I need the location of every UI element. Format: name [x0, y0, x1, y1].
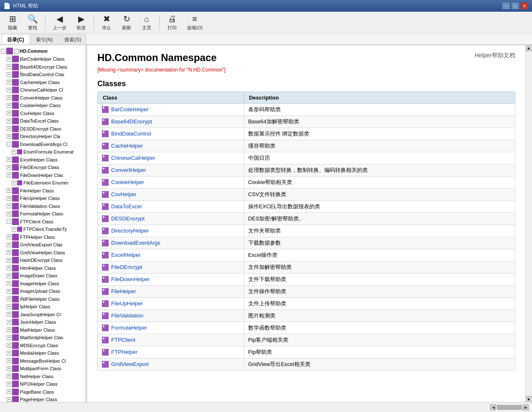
tab-index[interactable]: 索引(N) — [31, 34, 59, 44]
find-button[interactable]: 🔍 查找 — [23, 12, 42, 33]
list-item[interactable]: +FileDEncrypt Class — [0, 164, 85, 171]
expand-icon[interactable]: + — [7, 204, 11, 208]
class-link[interactable]: FileValidation — [111, 312, 143, 319]
expand-icon[interactable]: + — [7, 235, 11, 239]
minimize-button[interactable]: ─ — [502, 2, 510, 10]
list-item[interactable]: +NetHelper Class — [0, 373, 85, 381]
list-item[interactable]: +HtmlHelper Class — [0, 264, 85, 272]
expand-icon[interactable]: + — [7, 328, 11, 332]
expand-icon[interactable]: + — [7, 196, 11, 201]
expand-icon[interactable]: - — [7, 142, 11, 146]
list-item[interactable]: +MailSmtpHelper Clas — [0, 334, 85, 342]
expand-icon[interactable]: + — [7, 397, 11, 402]
stop-button[interactable]: ✖ 停止 — [97, 12, 116, 33]
list-item[interactable]: +ChineseCalHelper Cl — [0, 86, 85, 94]
expand-icon[interactable]: + — [7, 103, 11, 108]
list-item[interactable]: +MessageBoxHelper Cl — [0, 357, 85, 365]
list-item[interactable]: +FormulaHelper Class — [0, 210, 85, 218]
class-link[interactable]: FileDEncrypt — [111, 264, 142, 270]
class-link[interactable]: Base64DEncrypt — [111, 118, 152, 125]
list-item[interactable]: +NPOIHelper Class — [0, 380, 85, 388]
expand-icon[interactable]: + — [7, 258, 11, 263]
list-item[interactable]: +INIFileHelper Class — [0, 295, 85, 303]
list-item[interactable]: +PageBase Class — [0, 388, 85, 396]
scroll-up-btn[interactable]: ▲ — [525, 45, 532, 51]
expand-icon[interactable]: + — [7, 119, 11, 123]
list-item[interactable]: +ImageDown Class — [0, 272, 85, 280]
expand-icon[interactable]: + — [7, 312, 11, 317]
expand-icon[interactable]: + — [7, 374, 11, 379]
expand-icon[interactable]: + — [7, 289, 11, 294]
list-item[interactable]: +HashDEncrypt Class — [0, 256, 85, 264]
right-scrollbar[interactable]: ▲ ▼ — [525, 45, 532, 402]
list-item[interactable]: +CookieHelper Class — [0, 102, 85, 110]
list-item[interactable]: +JsonHelper Class — [0, 318, 85, 326]
list-item[interactable]: +EnumFormula Enumerat — [0, 148, 85, 156]
expand-icon[interactable]: + — [7, 88, 11, 92]
expand-icon[interactable]: + — [7, 366, 11, 371]
forward-button[interactable]: ▶ 前进 — [72, 12, 90, 33]
expand-icon[interactable]: + — [7, 250, 11, 255]
scroll-left-btn[interactable]: ◀ — [490, 404, 496, 410]
list-item[interactable]: -FTPClient Class — [0, 218, 85, 226]
expand-icon[interactable]: + — [7, 188, 11, 193]
expand-icon[interactable]: + — [7, 335, 11, 340]
expand-icon[interactable]: + — [7, 297, 11, 301]
list-item[interactable]: -DownloadEventArgs Cl — [0, 141, 85, 148]
expand-icon[interactable]: + — [7, 343, 11, 348]
print-button[interactable]: 🖨 打印 — [163, 13, 181, 33]
class-link[interactable]: CacheHelper — [111, 143, 143, 149]
class-link[interactable]: CsvHelper — [111, 191, 137, 197]
list-item[interactable]: +ImageUpload Class — [0, 287, 85, 295]
class-link[interactable]: BindDataControl — [111, 131, 151, 137]
list-item[interactable]: +IpHelper Class — [0, 303, 85, 311]
list-item[interactable]: +ImageHelper Class — [0, 280, 85, 288]
refresh-button[interactable]: ↻ 刷新 — [117, 12, 136, 33]
list-item[interactable]: +FileValidation Class — [0, 202, 85, 210]
h-scroll-thumb[interactable] — [497, 405, 522, 410]
expand-icon[interactable]: + — [7, 382, 11, 386]
expand-icon[interactable]: + — [12, 227, 16, 232]
list-item[interactable]: +FileDownHelper Clas — [0, 171, 85, 179]
expand-icon[interactable]: + — [7, 64, 11, 69]
expand-icon[interactable]: + — [7, 243, 11, 247]
expand-icon2[interactable]: - — [14, 49, 19, 54]
list-item[interactable]: +FileExtension Enumer — [0, 179, 85, 187]
expand-icon[interactable]: + — [7, 57, 11, 61]
tab-toc[interactable]: 目录(C) — [2, 34, 30, 44]
class-link[interactable]: FileHelper — [111, 288, 136, 294]
class-link[interactable]: DownloadEventArgs — [111, 240, 160, 246]
expand-icon[interactable]: - — [1, 49, 5, 54]
list-item[interactable]: +MultipartForm Class — [0, 365, 85, 373]
list-item[interactable]: +FileUpHelper Class — [0, 194, 85, 202]
expand-icon[interactable]: + — [7, 95, 11, 100]
list-item[interactable]: +ExcelHelper Class — [0, 156, 85, 164]
list-item[interactable]: +JavaScriptHelper Cl — [0, 311, 85, 319]
list-item[interactable]: +MD5Encrypt Class — [0, 342, 85, 350]
back-button[interactable]: ◀ 上一步 — [49, 12, 70, 33]
list-item[interactable]: +FTPHelper Class — [0, 233, 85, 241]
hide-button[interactable]: ⊞ 隐藏 — [3, 12, 22, 33]
expand-icon[interactable]: + — [7, 212, 11, 216]
expand-icon[interactable]: + — [7, 281, 11, 286]
list-item[interactable]: +Base64DEncrypt Class — [0, 63, 85, 71]
expand-icon[interactable]: + — [7, 111, 11, 115]
class-link[interactable]: DataToExcel — [111, 203, 142, 210]
expand-icon[interactable]: + — [12, 181, 16, 185]
class-link[interactable]: DirectoryHelper — [111, 228, 149, 234]
class-link[interactable]: BarCodeHelper — [111, 106, 149, 113]
expand-icon[interactable]: + — [7, 351, 11, 356]
expand-icon[interactable]: + — [7, 165, 11, 170]
expand-icon[interactable]: + — [7, 126, 11, 131]
list-item[interactable]: +GridViewExport Clas — [0, 241, 85, 249]
list-item[interactable]: +CacheHelper Class — [0, 79, 85, 87]
list-item[interactable]: +DataToExcel Class — [0, 117, 85, 125]
expand-icon[interactable]: + — [7, 266, 11, 270]
expand-icon[interactable]: + — [7, 72, 11, 77]
class-link[interactable]: FileUpHelper — [111, 300, 143, 307]
list-item[interactable]: +FileHelper Class — [0, 187, 85, 195]
class-link[interactable]: FTPHelper — [111, 349, 137, 355]
expand-icon[interactable]: + — [7, 274, 11, 278]
scroll-right-btn[interactable]: ▶ — [523, 404, 529, 410]
expand-icon[interactable]: + — [7, 305, 11, 309]
